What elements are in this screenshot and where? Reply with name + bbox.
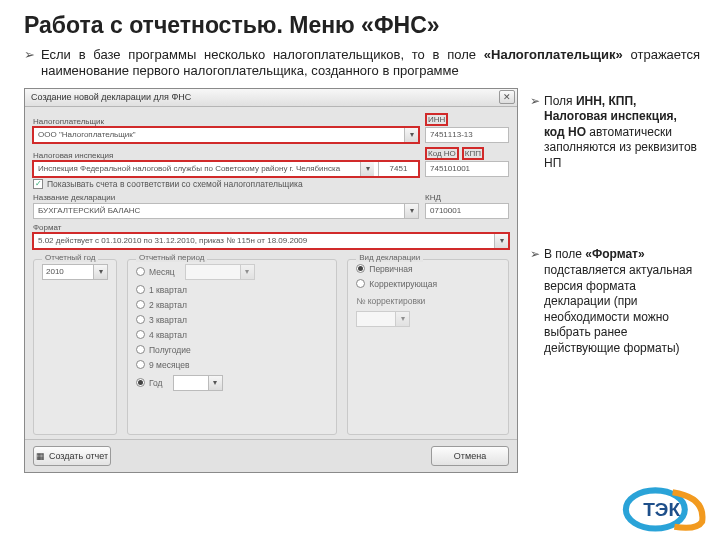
note2-suffix: подставляется актуальная версия формата … xyxy=(544,263,692,355)
docname-field[interactable]: БУХГАЛТЕРСКИЙ БАЛАНС ▾ xyxy=(33,203,419,219)
checkbox-icon: ✓ xyxy=(33,179,43,189)
radio-icon xyxy=(356,279,365,288)
page-icon: ▦ xyxy=(36,451,45,461)
period-radio[interactable]: 1 квартал xyxy=(136,285,328,295)
dialog-titlebar: Создание новой декларации для ФНС ✕ xyxy=(25,89,517,107)
cancel-label: Отмена xyxy=(454,451,486,461)
radio-icon xyxy=(136,378,145,387)
year-summary-field[interactable]: ▾ xyxy=(173,375,223,391)
period-label: 2 квартал xyxy=(149,300,187,310)
period-label: 4 квартал xyxy=(149,330,187,340)
kind-primary-label: Первичная xyxy=(369,264,412,274)
kind-primary-radio[interactable]: Первичная xyxy=(356,264,500,274)
chevron-down-icon[interactable]: ▾ xyxy=(404,204,418,218)
side-note-2: ➢ В поле «Формат» подставляется актуальн… xyxy=(530,247,700,356)
bullet-marker: ➢ xyxy=(530,94,540,172)
top-bullet-bold: «Налогоплательщик» xyxy=(484,47,623,62)
period-label: Полугодие xyxy=(149,345,191,355)
tax-office-field[interactable]: Инспекция Федеральной налоговой службы п… xyxy=(33,161,419,177)
note2-bold: «Формат» xyxy=(585,247,644,261)
year-field[interactable]: 2010 ▾ xyxy=(42,264,108,280)
period-label: Год xyxy=(149,378,163,388)
corr-num-field[interactable]: ▾ xyxy=(356,311,410,327)
tax-office-label: Налоговая инспекция xyxy=(33,151,419,160)
period-radio[interactable]: 3 квартал xyxy=(136,315,328,325)
schema-checkbox[interactable]: ✓ Показывать счета в соответствии со схе… xyxy=(33,179,509,189)
period-radio[interactable]: Полугодие xyxy=(136,345,328,355)
report-year-label: Отчетный год xyxy=(42,253,98,262)
period-radio[interactable]: 9 месяцев xyxy=(136,360,328,370)
kpp-field[interactable]: 745101001 xyxy=(425,161,509,177)
radio-icon xyxy=(356,264,365,273)
decl-kind-label: Вид декларации xyxy=(356,253,423,262)
dialog-title: Создание новой декларации для ФНС xyxy=(31,92,191,102)
format-field[interactable]: 5.02 действует с 01.10.2010 по 31.12.201… xyxy=(33,233,509,249)
note1-prefix: Поля xyxy=(544,94,576,108)
inn-label: ИНН xyxy=(425,113,448,126)
year-value: 2010 xyxy=(46,267,64,276)
company-logo: ТЭК xyxy=(620,480,708,532)
period-label: 3 квартал xyxy=(149,315,187,325)
create-report-label: Создать отчет xyxy=(49,451,108,461)
period-radio[interactable]: Месяц▾ xyxy=(136,264,328,280)
month-field[interactable]: ▾ xyxy=(185,264,255,280)
docname-value: БУХГАЛТЕРСКИЙ БАЛАНС xyxy=(38,206,140,215)
top-bullet: ➢ Если в базе программы несколько налого… xyxy=(24,47,700,80)
format-value: 5.02 действует с 01.10.2010 по 31.12.201… xyxy=(38,236,307,245)
radio-icon xyxy=(136,345,145,354)
radio-icon xyxy=(136,300,145,309)
chevron-down-icon[interactable]: ▾ xyxy=(404,128,418,142)
chevron-down-icon[interactable]: ▾ xyxy=(208,376,222,390)
format-label: Формат xyxy=(33,223,509,232)
knd-label: КНД xyxy=(425,193,509,202)
spinner-icon[interactable]: ▾ xyxy=(93,265,107,279)
inn-value: 7451113-13 xyxy=(430,130,473,139)
radio-icon xyxy=(136,285,145,294)
svg-text:ТЭК: ТЭК xyxy=(643,499,680,520)
radio-icon xyxy=(136,267,145,276)
fns-dialog: Создание новой декларации для ФНС ✕ Нало… xyxy=(24,88,518,473)
period-radio[interactable]: 4 квартал xyxy=(136,330,328,340)
period-radio[interactable]: Год▾ xyxy=(136,375,328,391)
knd-value: 0710001 xyxy=(430,206,461,215)
side-note-1: ➢ Поля ИНН, КПП, Налоговая инспекция, ко… xyxy=(530,94,700,172)
taxpayer-value: ООО "Налогоплательщик" xyxy=(38,130,136,139)
bullet-marker: ➢ xyxy=(530,247,540,356)
chevron-down-icon[interactable]: ▾ xyxy=(360,162,374,176)
bullet-marker: ➢ xyxy=(24,47,35,80)
knd-field[interactable]: 0710001 xyxy=(425,203,509,219)
report-period-label: Отчетный период xyxy=(136,253,207,262)
code-no-value: 7451 xyxy=(378,162,418,176)
kind-correcting-label: Корректирующая xyxy=(369,279,437,289)
spinner-icon[interactable]: ▾ xyxy=(395,312,409,326)
period-label: 1 квартал xyxy=(149,285,187,295)
taxpayer-label: Налогоплательщик xyxy=(33,117,419,126)
corr-num-label: № корректировки xyxy=(356,296,425,306)
radio-icon xyxy=(136,360,145,369)
close-button[interactable]: ✕ xyxy=(499,90,515,104)
period-radio[interactable]: 2 квартал xyxy=(136,300,328,310)
kpp-value: 745101001 xyxy=(430,164,470,173)
chevron-down-icon[interactable]: ▾ xyxy=(240,265,254,279)
schema-checkbox-label: Показывать счета в соответствии со схемо… xyxy=(47,179,303,189)
kind-correcting-radio[interactable]: Корректирующая xyxy=(356,279,500,289)
radio-icon xyxy=(136,330,145,339)
docname-label: Название декларации xyxy=(33,193,419,202)
note2-prefix: В поле xyxy=(544,247,585,261)
chevron-down-icon[interactable]: ▾ xyxy=(494,234,508,248)
create-report-button[interactable]: ▦ Создать отчет xyxy=(33,446,111,466)
taxpayer-field[interactable]: ООО "Налогоплательщик" ▾ xyxy=(33,127,419,143)
period-label: Месяц xyxy=(149,267,175,277)
top-bullet-prefix: Если в базе программы несколько налогопл… xyxy=(41,47,484,62)
kpp-label: КПП xyxy=(462,147,484,160)
cancel-button[interactable]: Отмена xyxy=(431,446,509,466)
radio-icon xyxy=(136,315,145,324)
page-title: Работа с отчетностью. Меню «ФНС» xyxy=(24,12,700,39)
inn-field[interactable]: 7451113-13 xyxy=(425,127,509,143)
period-label: 9 месяцев xyxy=(149,360,190,370)
code-no-label: Код НО xyxy=(425,147,459,160)
